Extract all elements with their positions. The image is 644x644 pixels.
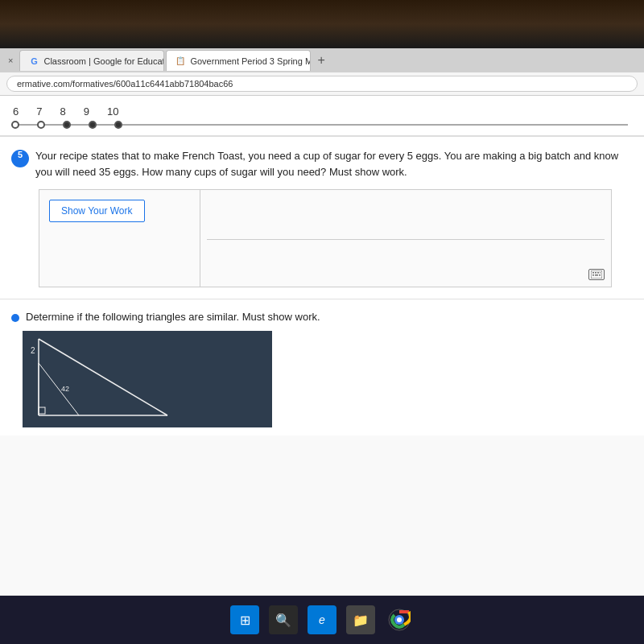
tab-google[interactable]: G Classroom | Google for Educatio... bbox=[19, 50, 164, 71]
dot-6 bbox=[11, 121, 19, 129]
laptop-bezel bbox=[0, 0, 644, 48]
chrome-icon bbox=[388, 609, 411, 631]
svg-rect-2 bbox=[595, 272, 597, 274]
taskbar: ⊞ 🔍 e 📁 bbox=[0, 596, 644, 644]
dot-8 bbox=[63, 121, 71, 129]
nl-label-10: 10 bbox=[107, 105, 118, 118]
nl-label-8: 8 bbox=[60, 105, 65, 118]
svg-text:42: 42 bbox=[61, 385, 69, 393]
dot-9 bbox=[89, 121, 97, 129]
number-line-dots bbox=[11, 121, 628, 129]
address-text: ermative.com/formatives/600a11c6441abb71… bbox=[17, 79, 233, 89]
nl-label-9: 9 bbox=[84, 105, 89, 118]
file-explorer-button[interactable]: 📁 bbox=[346, 605, 375, 634]
dot-7 bbox=[37, 121, 45, 129]
question-5-text: Your recipe states that to make French T… bbox=[35, 148, 628, 180]
svg-rect-3 bbox=[597, 272, 599, 274]
tab-google-label: Classroom | Google for Educatio... bbox=[43, 56, 164, 66]
government-tab-icon: 📋 bbox=[175, 56, 186, 67]
windows-icon: ⊞ bbox=[240, 613, 250, 628]
address-bar-row: ermative.com/formatives/600a11c6441abb71… bbox=[0, 72, 644, 96]
svg-point-20 bbox=[397, 617, 402, 622]
svg-rect-7 bbox=[599, 275, 601, 276]
dots-container bbox=[11, 121, 122, 129]
tab-government-label: Government Period 3 Spring M... bbox=[190, 56, 311, 66]
new-tab-button[interactable]: + bbox=[312, 53, 329, 68]
nl-label-7: 7 bbox=[36, 105, 42, 118]
chrome-button[interactable] bbox=[385, 605, 414, 634]
answer-input-column bbox=[200, 190, 611, 287]
address-bar[interactable]: ermative.com/formatives/600a11c6441abb71… bbox=[6, 76, 638, 92]
question-6-section: Determine if the following triangles are… bbox=[0, 299, 644, 436]
number-line-area: 6 7 8 9 10 bbox=[0, 96, 644, 136]
svg-rect-6 bbox=[595, 275, 598, 276]
keyboard-icon bbox=[588, 269, 605, 280]
show-work-column: Show Your Work bbox=[39, 190, 200, 287]
question-6-row: Determine if the following triangles are… bbox=[11, 311, 628, 323]
nl-label-6: 6 bbox=[13, 105, 19, 118]
search-button[interactable]: 🔍 bbox=[269, 605, 298, 634]
tab-government[interactable]: 📋 Government Period 3 Spring M... × bbox=[166, 50, 311, 71]
google-icon: G bbox=[28, 56, 39, 67]
windows-start-button[interactable]: ⊞ bbox=[230, 605, 259, 634]
question-5-row: 5 Your recipe states that to make French… bbox=[11, 148, 628, 180]
question-5-number: 5 bbox=[11, 150, 29, 167]
question-5-section: 5 Your recipe states that to make French… bbox=[0, 137, 644, 299]
svg-rect-5 bbox=[592, 275, 594, 276]
edge-browser-button[interactable]: e bbox=[308, 605, 336, 634]
question-6-bullet bbox=[11, 314, 19, 322]
answer-input-5[interactable] bbox=[207, 221, 605, 240]
number-line-labels: 6 7 8 9 10 bbox=[11, 105, 628, 118]
svg-text:2: 2 bbox=[31, 346, 35, 355]
question-6-text: Determine if the following triangles are… bbox=[26, 311, 320, 323]
search-icon: 🔍 bbox=[275, 613, 291, 628]
tab-close-x[interactable]: × bbox=[3, 56, 18, 65]
svg-rect-1 bbox=[592, 272, 594, 274]
triangle-svg: 2 42 bbox=[23, 331, 272, 427]
page-content: 6 7 8 9 10 5 bbox=[0, 96, 644, 595]
tab-bar: × G Classroom | Google for Educatio... 📋… bbox=[0, 48, 644, 72]
edge-icon: e bbox=[319, 613, 325, 626]
show-work-button[interactable]: Show Your Work bbox=[49, 200, 145, 222]
folder-icon: 📁 bbox=[353, 613, 369, 628]
dot-10 bbox=[114, 121, 122, 129]
answer-area-5: Show Your Work bbox=[39, 189, 612, 287]
browser-window: × G Classroom | Google for Educatio... 📋… bbox=[0, 48, 644, 596]
svg-rect-4 bbox=[600, 272, 601, 274]
triangle-image: 2 42 bbox=[23, 331, 272, 427]
svg-rect-8 bbox=[23, 331, 272, 427]
